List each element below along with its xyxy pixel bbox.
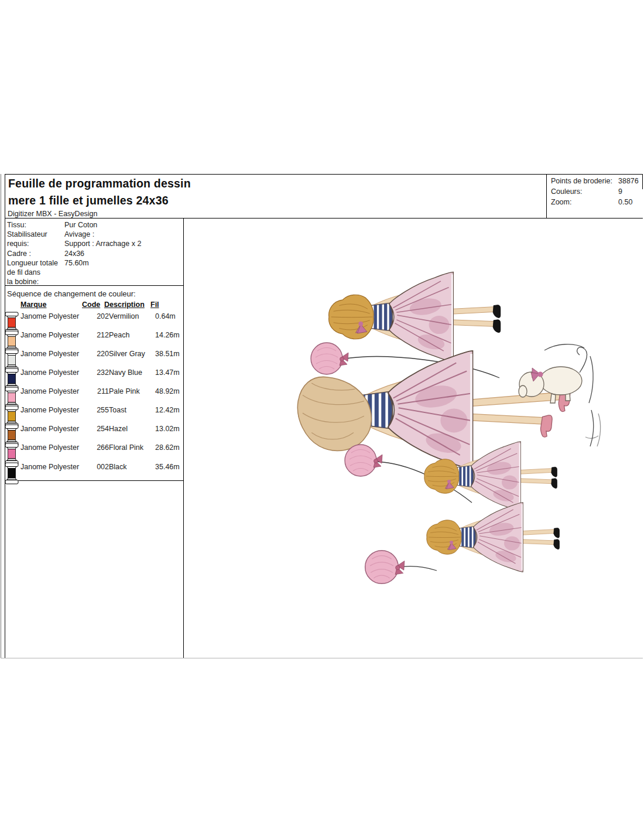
stitch-count-value: 38876	[618, 176, 639, 186]
thread-description: Vermilion	[109, 312, 139, 320]
page-edge-line	[1, 174, 1, 658]
thread-code: 211	[81, 387, 109, 395]
embroidery-preview	[183, 218, 639, 658]
stabilizer-value-line2: Support : Arrachage x 2	[64, 239, 141, 248]
thread-code: 254	[81, 425, 109, 433]
swirl-decoration	[585, 356, 601, 446]
color-count-value: 9	[618, 187, 622, 196]
thread-brand: Janome Polyester	[20, 443, 79, 452]
balloon-icon	[311, 343, 348, 374]
thread-length: 28.62m	[155, 443, 180, 452]
thread-code: 266	[81, 443, 109, 452]
thread-length: 13.02m	[155, 425, 180, 433]
fabric-label: Tissu:	[7, 220, 26, 230]
stabilizer-value-line1: Avivage :	[64, 230, 94, 239]
thread-length: 13.47m	[155, 368, 180, 377]
thread-brand: Janome Polyester	[20, 387, 79, 395]
thread-code: 255	[81, 406, 109, 414]
hoop-label: Cadre :	[7, 249, 31, 258]
twin-figure-2	[427, 503, 560, 572]
thread-length: 0.64m	[155, 312, 176, 320]
stabilizer-label-line1: Stabilisateur	[7, 230, 47, 239]
zoom-label: Zoom:	[551, 197, 571, 207]
programming-sheet-page: Feuille de programmation dessin mere 1 f…	[0, 0, 644, 833]
thread-code: 202	[81, 312, 109, 320]
thread-length: 12.42m	[155, 406, 180, 414]
zoom-value: 0.50	[618, 197, 632, 207]
thread-brand: Janome Polyester	[20, 425, 79, 433]
color-count-label: Couleurs:	[551, 187, 583, 196]
fabric-value: Pur Coton	[64, 220, 97, 230]
thread-code: 212	[81, 331, 109, 339]
sequence-title: Séquence de changement de couleur:	[7, 289, 136, 299]
column-header-code: Code	[82, 301, 100, 309]
thread-length: 48.92m	[155, 387, 180, 395]
bobbin-label-line1: Longueur totale	[7, 258, 58, 268]
frame-top-border	[5, 174, 643, 175]
thread-description: Black	[109, 463, 127, 471]
thread-row: Janome Polyester002Black35.46m	[5, 462, 183, 485]
thread-brand: Janome Polyester	[20, 331, 79, 339]
thread-description: Floral Pink	[109, 443, 143, 452]
software-name: Digitizer MBX - EasyDesign	[8, 210, 98, 218]
thread-length: 14.26m	[155, 331, 180, 339]
sheet-title: Feuille de programmation dessin	[8, 177, 191, 190]
hoop-value: 24x36	[64, 249, 84, 258]
bobbin-label-line2: de fil dans	[7, 268, 40, 277]
thread-code: 220	[81, 350, 109, 358]
thread-description: Pale Pink	[109, 387, 140, 395]
thread-brand: Janome Polyester	[20, 368, 79, 377]
bobbin-label-line3: la bobine:	[7, 277, 39, 286]
thread-description: Toast	[109, 406, 126, 414]
thread-description: Peach	[109, 331, 129, 339]
thread-brand: Janome Polyester	[20, 312, 79, 320]
design-name: mere 1 fille et jumelles 24x36	[8, 194, 169, 207]
thread-code: 002	[81, 463, 109, 471]
column-header-description: Description	[104, 301, 145, 309]
dog-icon	[519, 344, 587, 403]
frame-bottom-border	[1, 658, 643, 658]
thread-spool-icon	[5, 462, 19, 484]
thread-code: 232	[81, 368, 109, 377]
thread-length: 35.46m	[155, 463, 180, 471]
daughter-figure	[329, 272, 501, 361]
thread-description: Silver Gray	[109, 350, 145, 358]
thread-brand: Janome Polyester	[20, 463, 79, 471]
balloon-icon	[345, 445, 382, 476]
column-header-length: Fil	[150, 301, 159, 309]
balloon-icon	[365, 551, 405, 584]
stats-box-border	[546, 174, 547, 218]
stitch-count-label: Points de broderie:	[551, 176, 612, 186]
thread-description: Navy Blue	[109, 368, 142, 377]
thread-length: 38.51m	[155, 350, 180, 358]
thread-description: Hazel	[109, 425, 128, 433]
thread-brand: Janome Polyester	[20, 350, 79, 358]
stabilizer-label-line2: requis:	[7, 239, 29, 248]
bobbin-value: 75.60m	[64, 258, 89, 268]
column-header-brand: Marque	[20, 301, 46, 309]
frame-right-border	[642, 174, 643, 189]
thread-brand: Janome Polyester	[20, 406, 79, 414]
